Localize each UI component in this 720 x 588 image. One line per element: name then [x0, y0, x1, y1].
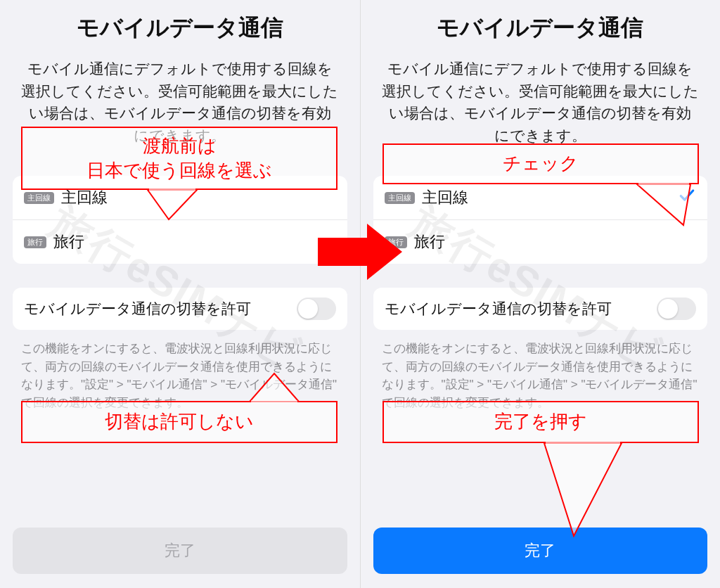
toggle-label: モバイルデータ通信の切替を許可: [24, 299, 297, 319]
line-label-primary: 主回線: [61, 187, 108, 208]
line-label-primary: 主回線: [422, 187, 468, 208]
line-item-primary[interactable]: 主回線 主回線: [13, 176, 347, 220]
checkmark-icon: [678, 186, 696, 210]
screen-after: 旅行eSIMナビ モバイルデータ通信 モバイル通信にデフォルトで使用する回線を選…: [361, 0, 721, 588]
line-badge-primary: 主回線: [24, 192, 54, 204]
line-label-travel: 旅行: [53, 231, 84, 253]
toggle-hint: この機能をオンにすると、電波状況と回線利用状況に応じて、両方の回線のモバイルデー…: [0, 334, 360, 418]
toggle-hint: この機能をオンにすると、電波状況と回線利用状況に応じて、両方の回線のモバイルデー…: [361, 334, 721, 418]
done-button-disabled: 完了: [13, 528, 347, 574]
line-item-travel[interactable]: 旅行 旅行: [373, 220, 708, 264]
line-item-primary-selected[interactable]: 主回線 主回線: [373, 176, 708, 220]
line-badge-primary: 主回線: [385, 192, 415, 204]
done-button[interactable]: 完了: [373, 528, 708, 574]
toggle-switching-off[interactable]: [657, 298, 696, 320]
page-title: モバイルデータ通信: [0, 13, 360, 44]
page-description: モバイル通信にデフォルトで使用する回線を選択してください。受信可能範囲を最大にし…: [361, 58, 721, 146]
line-item-travel[interactable]: 旅行 旅行: [13, 220, 347, 264]
line-list: 主回線 主回線 旅行 旅行: [373, 176, 708, 264]
toggle-label: モバイルデータ通信の切替を許可: [385, 299, 657, 319]
line-badge-travel: 旅行: [385, 236, 407, 248]
page-description: モバイル通信にデフォルトで使用する回線を選択してください。受信可能範囲を最大にし…: [0, 58, 360, 146]
line-label-travel: 旅行: [414, 231, 445, 253]
toggle-row-switching: モバイルデータ通信の切替を許可: [13, 288, 347, 330]
line-badge-travel: 旅行: [24, 236, 46, 248]
toggle-switching-off[interactable]: [297, 298, 336, 320]
toggle-row-switching: モバイルデータ通信の切替を許可: [373, 288, 708, 330]
page-title: モバイルデータ通信: [361, 13, 721, 44]
line-list: 主回線 主回線 旅行 旅行: [13, 176, 347, 264]
screen-before: 旅行eSIMナビ モバイルデータ通信 モバイル通信にデフォルトで使用する回線を選…: [0, 0, 361, 588]
